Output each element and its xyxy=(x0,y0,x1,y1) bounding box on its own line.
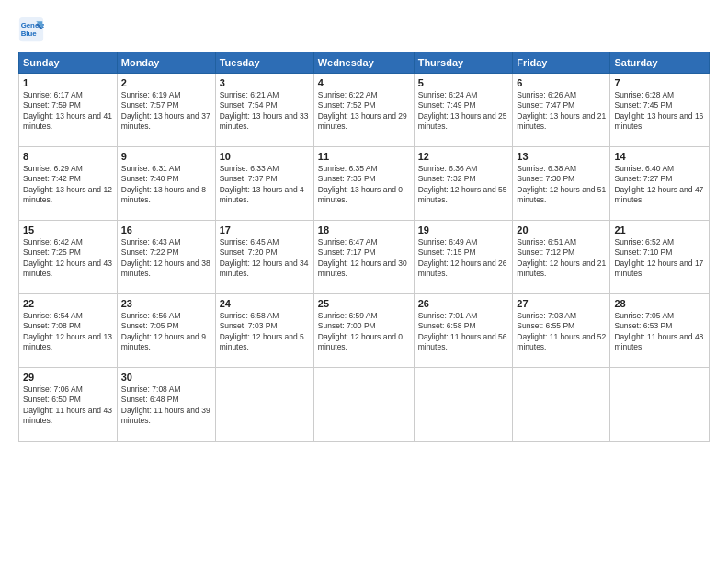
day-number: 3 xyxy=(220,77,310,88)
calendar-cell xyxy=(414,368,513,442)
calendar-cell: 20Sunrise: 6:51 AMSunset: 7:12 PMDayligh… xyxy=(513,221,610,294)
day-info: Sunrise: 6:51 AMSunset: 7:12 PMDaylight:… xyxy=(517,237,606,280)
day-info: Sunrise: 6:47 AMSunset: 7:17 PMDaylight:… xyxy=(318,237,410,280)
calendar-cell: 12Sunrise: 6:36 AMSunset: 7:32 PMDayligh… xyxy=(414,147,513,221)
day-number: 2 xyxy=(121,77,211,88)
day-number: 15 xyxy=(23,224,113,236)
col-header-friday: Friday xyxy=(513,52,610,74)
day-number: 27 xyxy=(517,298,606,309)
calendar-cell: 4Sunrise: 6:22 AMSunset: 7:52 PMDaylight… xyxy=(313,74,414,147)
day-number: 13 xyxy=(517,151,606,162)
calendar-cell: 29Sunrise: 7:06 AMSunset: 6:50 PMDayligh… xyxy=(19,368,118,442)
calendar-cell: 23Sunrise: 6:56 AMSunset: 7:05 PMDayligh… xyxy=(117,294,215,368)
day-info: Sunrise: 6:26 AMSunset: 7:47 PMDaylight:… xyxy=(517,90,606,132)
day-number: 19 xyxy=(418,224,509,236)
col-header-monday: Monday xyxy=(117,52,215,74)
day-number: 1 xyxy=(23,77,113,88)
calendar-cell: 28Sunrise: 7:05 AMSunset: 6:53 PMDayligh… xyxy=(610,294,710,368)
day-number: 5 xyxy=(418,77,509,88)
day-number: 30 xyxy=(121,372,211,383)
calendar-cell: 2Sunrise: 6:19 AMSunset: 7:57 PMDaylight… xyxy=(117,74,215,147)
calendar-cell xyxy=(610,368,710,442)
day-info: Sunrise: 6:19 AMSunset: 7:57 PMDaylight:… xyxy=(121,90,211,132)
day-info: Sunrise: 7:08 AMSunset: 6:48 PMDaylight:… xyxy=(121,385,211,427)
calendar-cell: 15Sunrise: 6:42 AMSunset: 7:25 PMDayligh… xyxy=(19,221,118,294)
day-info: Sunrise: 6:22 AMSunset: 7:52 PMDaylight:… xyxy=(318,90,410,132)
calendar-cell: 8Sunrise: 6:29 AMSunset: 7:42 PMDaylight… xyxy=(19,147,118,221)
day-number: 12 xyxy=(418,151,509,162)
calendar-cell: 13Sunrise: 6:38 AMSunset: 7:30 PMDayligh… xyxy=(513,147,610,221)
calendar-cell xyxy=(215,368,313,442)
day-info: Sunrise: 6:58 AMSunset: 7:03 PMDaylight:… xyxy=(220,311,310,353)
calendar-cell: 14Sunrise: 6:40 AMSunset: 7:27 PMDayligh… xyxy=(610,147,710,221)
calendar-cell xyxy=(513,368,610,442)
day-info: Sunrise: 6:24 AMSunset: 7:49 PMDaylight:… xyxy=(418,90,509,132)
day-info: Sunrise: 6:49 AMSunset: 7:15 PMDaylight:… xyxy=(418,237,509,280)
day-number: 26 xyxy=(418,298,509,309)
calendar-cell xyxy=(313,368,414,442)
col-header-saturday: Saturday xyxy=(610,52,710,74)
calendar-cell: 1Sunrise: 6:17 AMSunset: 7:59 PMDaylight… xyxy=(19,74,118,147)
logo: General Blue xyxy=(18,17,44,42)
day-info: Sunrise: 6:40 AMSunset: 7:27 PMDaylight:… xyxy=(614,164,705,206)
logo-icon: General Blue xyxy=(18,17,44,42)
day-number: 22 xyxy=(23,298,113,309)
day-info: Sunrise: 6:33 AMSunset: 7:37 PMDaylight:… xyxy=(220,164,310,206)
day-info: Sunrise: 7:05 AMSunset: 6:53 PMDaylight:… xyxy=(614,311,705,353)
calendar-cell: 11Sunrise: 6:35 AMSunset: 7:35 PMDayligh… xyxy=(313,147,414,221)
day-info: Sunrise: 6:52 AMSunset: 7:10 PMDaylight:… xyxy=(614,237,705,280)
day-number: 6 xyxy=(517,77,606,88)
calendar-table: SundayMondayTuesdayWednesdayThursdayFrid… xyxy=(18,52,710,442)
day-info: Sunrise: 6:36 AMSunset: 7:32 PMDaylight:… xyxy=(418,164,509,206)
day-info: Sunrise: 7:06 AMSunset: 6:50 PMDaylight:… xyxy=(23,385,113,427)
day-info: Sunrise: 6:45 AMSunset: 7:20 PMDaylight:… xyxy=(220,237,310,280)
day-info: Sunrise: 6:21 AMSunset: 7:54 PMDaylight:… xyxy=(220,90,310,132)
calendar-cell: 21Sunrise: 6:52 AMSunset: 7:10 PMDayligh… xyxy=(610,221,710,294)
day-number: 16 xyxy=(121,224,211,236)
col-header-tuesday: Tuesday xyxy=(215,52,313,74)
day-info: Sunrise: 6:43 AMSunset: 7:22 PMDaylight:… xyxy=(121,237,211,280)
day-info: Sunrise: 6:17 AMSunset: 7:59 PMDaylight:… xyxy=(23,90,113,132)
calendar-cell: 19Sunrise: 6:49 AMSunset: 7:15 PMDayligh… xyxy=(414,221,513,294)
day-info: Sunrise: 7:01 AMSunset: 6:58 PMDaylight:… xyxy=(418,311,509,353)
calendar-cell: 18Sunrise: 6:47 AMSunset: 7:17 PMDayligh… xyxy=(313,221,414,294)
day-info: Sunrise: 6:59 AMSunset: 7:00 PMDaylight:… xyxy=(318,311,410,353)
day-info: Sunrise: 6:42 AMSunset: 7:25 PMDaylight:… xyxy=(23,237,113,280)
day-info: Sunrise: 6:31 AMSunset: 7:40 PMDaylight:… xyxy=(121,164,211,206)
calendar-cell: 5Sunrise: 6:24 AMSunset: 7:49 PMDaylight… xyxy=(414,74,513,147)
calendar-cell: 25Sunrise: 6:59 AMSunset: 7:00 PMDayligh… xyxy=(313,294,414,368)
day-number: 25 xyxy=(318,298,410,309)
day-number: 29 xyxy=(23,372,113,383)
calendar-cell: 26Sunrise: 7:01 AMSunset: 6:58 PMDayligh… xyxy=(414,294,513,368)
day-number: 8 xyxy=(23,151,113,162)
col-header-wednesday: Wednesday xyxy=(313,52,414,74)
calendar-cell: 17Sunrise: 6:45 AMSunset: 7:20 PMDayligh… xyxy=(215,221,313,294)
col-header-thursday: Thursday xyxy=(414,52,513,74)
page-header: General Blue xyxy=(18,17,710,42)
day-number: 20 xyxy=(517,224,606,236)
calendar-cell: 3Sunrise: 6:21 AMSunset: 7:54 PMDaylight… xyxy=(215,74,313,147)
day-number: 10 xyxy=(220,151,310,162)
day-info: Sunrise: 6:28 AMSunset: 7:45 PMDaylight:… xyxy=(614,90,705,132)
svg-text:Blue: Blue xyxy=(21,29,38,38)
calendar-cell: 10Sunrise: 6:33 AMSunset: 7:37 PMDayligh… xyxy=(215,147,313,221)
day-info: Sunrise: 6:38 AMSunset: 7:30 PMDaylight:… xyxy=(517,164,606,206)
calendar-cell: 9Sunrise: 6:31 AMSunset: 7:40 PMDaylight… xyxy=(117,147,215,221)
calendar-cell: 7Sunrise: 6:28 AMSunset: 7:45 PMDaylight… xyxy=(610,74,710,147)
calendar-cell: 30Sunrise: 7:08 AMSunset: 6:48 PMDayligh… xyxy=(117,368,215,442)
col-header-sunday: Sunday xyxy=(19,52,118,74)
day-number: 28 xyxy=(614,298,705,309)
day-number: 14 xyxy=(614,151,705,162)
day-number: 24 xyxy=(220,298,310,309)
calendar-cell: 16Sunrise: 6:43 AMSunset: 7:22 PMDayligh… xyxy=(117,221,215,294)
calendar-cell: 22Sunrise: 6:54 AMSunset: 7:08 PMDayligh… xyxy=(19,294,118,368)
day-number: 9 xyxy=(121,151,211,162)
day-info: Sunrise: 6:54 AMSunset: 7:08 PMDaylight:… xyxy=(23,311,113,353)
calendar-cell: 6Sunrise: 6:26 AMSunset: 7:47 PMDaylight… xyxy=(513,74,610,147)
day-number: 21 xyxy=(614,224,705,236)
day-number: 4 xyxy=(318,77,410,88)
day-number: 17 xyxy=(220,224,310,236)
day-number: 11 xyxy=(318,151,410,162)
day-info: Sunrise: 6:56 AMSunset: 7:05 PMDaylight:… xyxy=(121,311,211,353)
day-number: 18 xyxy=(318,224,410,236)
